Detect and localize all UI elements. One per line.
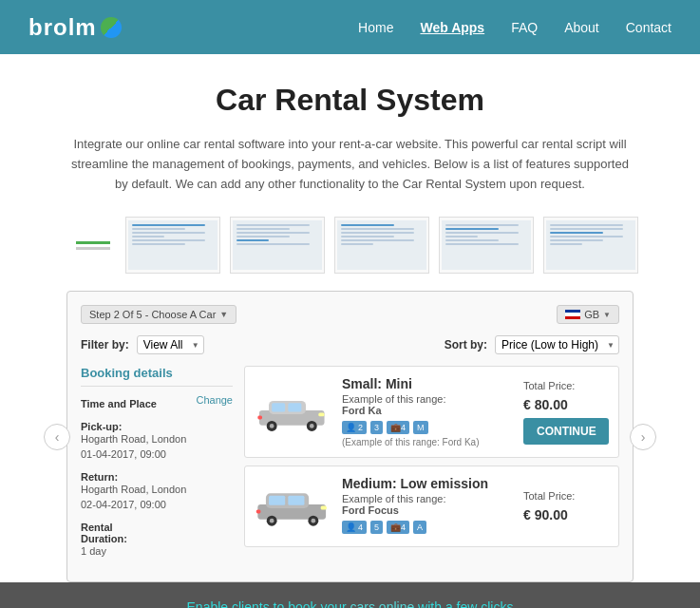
car-listings: Small: Mini Example of this range: Ford … — [244, 366, 619, 568]
lang-text: GB — [584, 309, 599, 320]
filter-select-wrapper: View All — [137, 335, 204, 354]
car-icons-2: 👤4 5 💼4 A — [342, 521, 512, 534]
sort-label: Sort by: — [445, 338, 487, 352]
step-badge-arrow-icon: ▼ — [219, 310, 228, 319]
duration-label: RentalDuration: — [81, 522, 233, 544]
return-row: Return: Hogarth Road, London02-04-2017, … — [81, 471, 233, 512]
booking-header: Step 2 Of 5 - Choose A Car ▼ GB ▼ — [81, 305, 619, 324]
car-price-action-1: Total Price: € 80.00 CONTINUE — [523, 380, 609, 445]
car-name-2: Medium: Low emission — [342, 476, 512, 491]
svg-rect-8 — [318, 412, 324, 416]
pickup-value: Hogarth Road, London01-04-2017, 09:00 — [81, 432, 233, 462]
logo-text: brolm — [28, 14, 97, 41]
svg-point-17 — [312, 519, 316, 523]
indicator-bar-2 — [76, 247, 110, 250]
thumb-indicator — [76, 241, 110, 250]
nav-webapps[interactable]: Web Apps — [420, 20, 484, 35]
thumb-5[interactable] — [543, 217, 638, 274]
carousel-wrapper: ‹ Step 2 Of 5 - Choose A Car ▼ GB ▼ Filt… — [57, 291, 643, 582]
page-title: Car Rental System — [57, 83, 643, 118]
logo-icon — [101, 17, 122, 38]
car-info-1: Small: Mini Example of this range: Ford … — [342, 376, 512, 447]
svg-rect-12 — [269, 496, 285, 505]
step-badge-text: Step 2 Of 5 - Choose A Car — [89, 309, 216, 320]
car-icon-doors-2: 5 — [370, 521, 383, 534]
carousel-next-button[interactable]: › — [630, 424, 656, 450]
nav-contact[interactable]: Contact — [626, 20, 672, 35]
price-value-2: € 90.00 — [523, 507, 568, 522]
indicator-bar-active — [76, 241, 110, 244]
svg-point-7 — [310, 424, 314, 428]
booking-content: Booking details Time and Place Change Pi… — [81, 366, 619, 568]
svg-rect-13 — [288, 496, 304, 505]
sort-select[interactable]: Price (Low to High) — [495, 335, 619, 354]
car-example-label-2: Example of this range: — [342, 493, 512, 504]
banner-text-after: with a few clicks — [414, 599, 513, 608]
car-icon-persons: 👤2 — [342, 421, 367, 434]
svg-rect-3 — [288, 403, 301, 411]
thumb-2[interactable] — [230, 217, 325, 274]
price-label-1: Total Price: — [523, 380, 575, 391]
thumb-4[interactable] — [439, 217, 534, 274]
persons-icon-2: 👤 — [346, 522, 356, 532]
price-value-1: € 80.00 — [523, 397, 568, 412]
logo: brolm — [28, 14, 122, 41]
main-content: Car Rental System Integrate our online c… — [0, 54, 700, 582]
car-price-action-2: Total Price: € 90.00 — [523, 490, 609, 522]
nav-faq[interactable]: FAQ — [511, 20, 538, 35]
svg-point-15 — [270, 519, 274, 523]
banner-highlight: cars online — [350, 599, 415, 608]
filter-label: Filter by: — [81, 338, 129, 352]
pickup-label: Pick-up: — [81, 421, 233, 432]
nav-about[interactable]: About — [564, 20, 599, 35]
return-label: Return: — [81, 471, 233, 483]
nav-links: Home Web Apps FAQ About Contact — [358, 20, 672, 35]
filter-select[interactable]: View All — [137, 335, 204, 354]
car-example-range-1: (Example of this range: Ford Ka) — [342, 437, 512, 447]
car-icon-persons-2: 👤4 — [342, 521, 367, 534]
car-svg-2 — [255, 485, 330, 527]
car-card-2: Medium: Low emission Example of this ran… — [244, 466, 619, 547]
car-example-label-1: Example of this range: — [342, 393, 512, 405]
car-example-name-1: Ford Ka — [342, 405, 512, 416]
car-icon-transmission-2: A — [413, 521, 426, 534]
svg-rect-2 — [272, 403, 285, 411]
duration-row: RentalDuration: 1 day — [81, 522, 233, 559]
thumb-1[interactable] — [125, 217, 220, 274]
car-icon-transmission: M — [413, 421, 428, 434]
svg-rect-19 — [256, 510, 261, 514]
filter-left: Filter by: View All — [81, 335, 204, 354]
car-name-1: Small: Mini — [342, 376, 512, 391]
filter-bar: Filter by: View All Sort by: Price (Low … — [81, 335, 619, 354]
booking-details-panel: Booking details Time and Place Change Pi… — [81, 366, 233, 568]
time-place-row: Time and Place Change — [81, 394, 233, 411]
change-link[interactable]: Change — [196, 394, 233, 406]
continue-button-1[interactable]: CONTINUE — [523, 418, 609, 445]
thumbnail-strip — [57, 217, 643, 274]
carousel-prev-button[interactable]: ‹ — [44, 424, 70, 450]
car-card-1: Small: Mini Example of this range: Ford … — [244, 366, 619, 458]
duration-value: 1 day — [81, 544, 233, 559]
page-description: Integrate our online car rental software… — [66, 135, 635, 194]
lang-badge[interactable]: GB ▼ — [557, 305, 619, 324]
nav-home[interactable]: Home — [358, 20, 393, 35]
step-badge[interactable]: Step 2 Of 5 - Choose A Car ▼ — [81, 305, 236, 324]
price-label-2: Total Price: — [523, 490, 575, 502]
car-svg-1 — [255, 391, 330, 433]
car-icon-bags-2: 💼4 — [387, 521, 409, 534]
sort-select-wrapper: Price (Low to High) — [495, 335, 619, 354]
car-info-2: Medium: Low emission Example of this ran… — [342, 476, 512, 537]
car-icons-1: 👤2 3 💼4 M — [342, 421, 512, 434]
banner-text-before: Enable clients to book your — [187, 599, 350, 608]
car-icon-doors: 3 — [370, 421, 383, 434]
time-place-label: Time and Place — [81, 398, 157, 409]
thumb-3[interactable] — [334, 217, 429, 274]
svg-point-5 — [270, 424, 274, 428]
car-image-1 — [255, 391, 331, 433]
lang-arrow-icon: ▼ — [603, 311, 611, 319]
persons-icon: 👤 — [346, 423, 356, 432]
filter-right: Sort by: Price (Low to High) — [445, 335, 619, 354]
return-value: Hogarth Road, London02-04-2017, 09:00 — [81, 483, 233, 512]
pickup-row: Pick-up: Hogarth Road, London01-04-2017,… — [81, 421, 233, 462]
svg-rect-9 — [257, 415, 262, 419]
